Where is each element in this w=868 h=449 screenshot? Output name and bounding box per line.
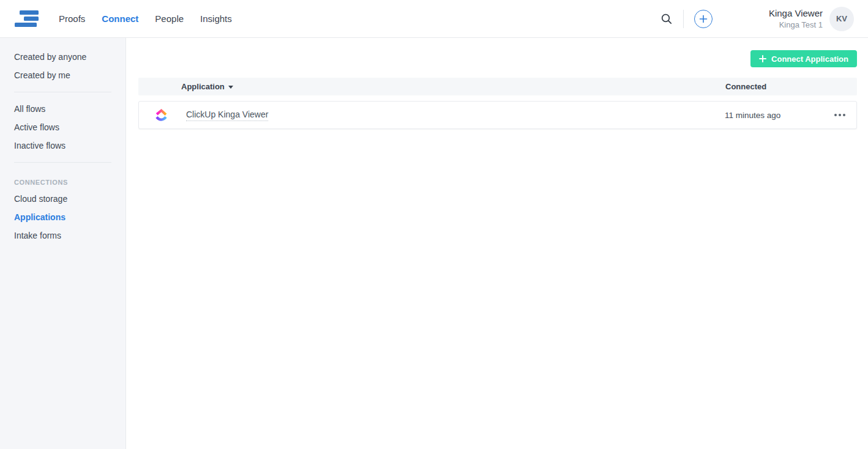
sidebar-item-created-by-me[interactable]: Created by me xyxy=(0,66,125,84)
sidebar-divider xyxy=(14,162,111,163)
main-nav: Proofs Connect People Insights xyxy=(59,13,232,24)
connect-application-button[interactable]: Connect Application xyxy=(750,50,857,67)
sidebar-item-cloud-storage[interactable]: Cloud storage xyxy=(0,190,125,208)
sidebar-item-created-by-anyone[interactable]: Created by anyone xyxy=(0,48,125,66)
column-header-application-label: Application xyxy=(181,82,225,91)
sort-arrow-icon xyxy=(228,86,233,89)
sidebar-item-all-flows[interactable]: All flows xyxy=(0,100,125,118)
row-actions-menu-icon[interactable] xyxy=(823,109,856,121)
user-name: Kinga Viewer xyxy=(769,8,823,18)
sidebar-heading-connections: CONNECTIONS xyxy=(0,170,125,190)
search-icon[interactable] xyxy=(660,13,673,25)
app-logo[interactable] xyxy=(14,10,39,27)
topbar-right: Kinga Viewer Kinga Test 1 KV xyxy=(660,7,854,31)
nav-item-proofs[interactable]: Proofs xyxy=(59,13,85,24)
sidebar-item-active-flows[interactable]: Active flows xyxy=(0,118,125,136)
plus-icon xyxy=(759,55,766,62)
avatar[interactable]: KV xyxy=(829,7,854,31)
table-header: Application Connected xyxy=(138,78,857,95)
user-menu[interactable]: Kinga Viewer Kinga Test 1 xyxy=(769,8,823,29)
actions-row: Connect Application xyxy=(138,50,857,67)
nav-item-people[interactable]: People xyxy=(155,13,184,24)
sidebar-item-applications[interactable]: Applications xyxy=(0,208,125,226)
main-content: Connect Application Application Connecte… xyxy=(126,38,868,449)
topbar-divider xyxy=(683,10,684,28)
nav-item-insights[interactable]: Insights xyxy=(200,13,232,24)
column-header-application[interactable]: Application xyxy=(138,82,725,91)
topbar: Proofs Connect People Insights Kinga Vie… xyxy=(0,0,868,38)
user-account: Kinga Test 1 xyxy=(769,20,823,29)
logo-bar xyxy=(15,23,37,27)
sidebar-item-inactive-flows[interactable]: Inactive flows xyxy=(0,136,125,155)
page-layout: Created by anyone Created by me All flow… xyxy=(0,38,868,449)
connected-time: 11 minutes ago xyxy=(725,111,823,120)
add-button[interactable] xyxy=(694,10,713,28)
logo-bar xyxy=(24,17,39,21)
logo-bar xyxy=(20,10,39,15)
column-header-connected: Connected xyxy=(725,82,857,91)
sidebar: Created by anyone Created by me All flow… xyxy=(0,38,126,449)
application-link[interactable]: ClickUp Kinga Viewer xyxy=(186,109,268,121)
table-row: ClickUp Kinga Viewer 11 minutes ago xyxy=(138,101,857,129)
sidebar-divider xyxy=(14,92,111,92)
sidebar-item-intake-forms[interactable]: Intake forms xyxy=(0,226,125,245)
application-cell: ClickUp Kinga Viewer xyxy=(139,108,725,122)
clickup-logo-icon xyxy=(155,108,168,122)
nav-item-connect[interactable]: Connect xyxy=(102,13,138,24)
connect-application-label: Connect Application xyxy=(771,54,848,64)
